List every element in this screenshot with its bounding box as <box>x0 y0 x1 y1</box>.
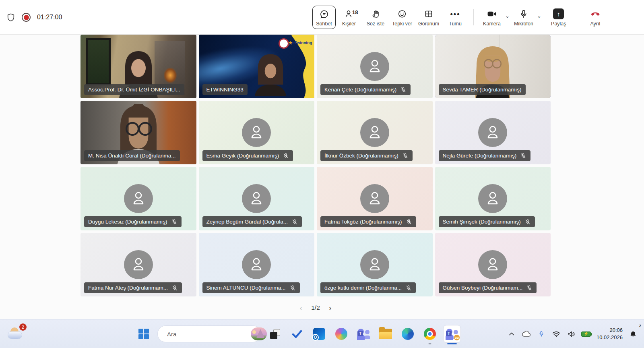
microphone-in-use-icon[interactable] <box>535 326 547 342</box>
volume-icon[interactable] <box>565 326 577 342</box>
name-plate: ETWINNING33 <box>202 84 248 95</box>
avatar <box>360 184 389 213</box>
participant-tile[interactable]: Duygu Lekesiz (Doğrulanmamış) <box>80 167 196 230</box>
clock-date: 10.02.2026 <box>597 334 623 341</box>
mic-button[interactable]: Mikrofon <box>510 8 537 27</box>
todo-button[interactable] <box>289 325 305 342</box>
copilot-icon <box>335 328 347 340</box>
avatar <box>242 184 271 213</box>
participant-tile[interactable]: Zeynep Begüm Gürdal (Doğrula... <box>199 167 315 230</box>
participant-tile[interactable]: Esma Geyik (Doğrulanmamış) <box>199 101 315 164</box>
view-button[interactable]: Görünüm <box>415 8 442 27</box>
clock[interactable]: 20:06 10.02.2026 <box>595 327 624 341</box>
name-plate: Sevda TAMER (Doğrulanmamış) <box>439 84 526 95</box>
participant-tile[interactable]: Assoc.Prof. Dr. Ümit İZGİ ONBAŞILI... <box>80 35 196 98</box>
outlook-button[interactable]: O <box>311 325 328 342</box>
participant-tile[interactable]: Kenan Çete (Doğrulanmamış) <box>317 35 433 98</box>
view-label: Görünüm <box>418 21 439 27</box>
name-plate: Esma Geyik (Doğrulanmamış) <box>202 150 293 161</box>
participant-tile[interactable]: M. Nisa Ünaldı Coral (Doğrulanma... <box>80 101 196 164</box>
mic-icon <box>519 8 528 20</box>
participant-tile[interactable]: özge kutlu demir (Doğrulanma... <box>317 233 433 296</box>
react-button[interactable]: Tepki ver <box>389 8 415 27</box>
name-plate: özge kutlu demir (Doğrulanma... <box>320 282 416 293</box>
share-button[interactable]: ↑ Paylaş <box>545 8 572 27</box>
react-label: Tepki ver <box>392 21 412 27</box>
more-label: Tümü <box>449 21 462 27</box>
start-button[interactable] <box>135 325 152 342</box>
participant-name: ETWINNING33 <box>206 87 244 93</box>
windows-taskbar: 2 O T <box>0 319 644 348</box>
camera-button[interactable]: Kamera <box>479 8 505 27</box>
leave-button[interactable]: Ayrıl <box>582 8 609 27</box>
edge-button[interactable] <box>399 325 416 342</box>
participant-tile[interactable]: ★eTwinning ETWINNING33 <box>199 35 315 98</box>
search-input[interactable] <box>167 331 247 338</box>
mic-off-icon <box>520 153 526 159</box>
mic-off-icon <box>400 87 407 93</box>
people-label: Kişiler <box>342 21 356 27</box>
meeting-avatar-badge: uu <box>454 334 460 341</box>
teams-button[interactable]: T <box>355 325 372 342</box>
file-explorer-button[interactable] <box>377 325 394 342</box>
name-plate: Zeynep Begüm Gürdal (Doğrula... <box>202 216 302 227</box>
grid-view-icon <box>424 8 433 20</box>
raise-hand-button[interactable]: Söz iste <box>362 8 389 27</box>
participant-tile[interactable]: Fatma Tokgöz (Doğrulanmamış) <box>317 167 433 230</box>
participant-count: 18 <box>352 9 358 15</box>
folder-icon <box>379 329 392 339</box>
participant-tile[interactable]: İlknur Özbek (Doğrulanmamış) <box>317 101 433 164</box>
edge-icon <box>402 328 414 340</box>
more-button[interactable]: ••• Tümü <box>442 8 469 27</box>
name-plate: Assoc.Prof. Dr. Ümit İZGİ ONBAŞILI... <box>84 84 184 95</box>
hangup-icon <box>589 8 601 20</box>
mic-off-icon <box>402 153 409 159</box>
mic-off-icon <box>291 219 298 225</box>
battery-charging-icon[interactable]: ⚡ <box>580 326 592 342</box>
participant-tile[interactable]: Semih Şimşek (Doğrulanmamış) <box>435 167 551 230</box>
participant-tile[interactable]: Nejla Gürefe (Doğrulanmamış) <box>435 101 551 164</box>
participant-name: özge kutlu demir (Doğrulanma... <box>324 285 402 291</box>
chat-icon <box>319 8 329 20</box>
wifi-icon[interactable] <box>550 326 562 342</box>
name-plate: İlknur Özbek (Doğrulanmamış) <box>320 150 413 161</box>
mic-off-icon <box>289 285 296 291</box>
chat-button[interactable]: Sohbet <box>312 6 336 29</box>
people-button[interactable]: 18 Kişiler <box>336 8 362 27</box>
task-view-button[interactable] <box>266 325 283 342</box>
notification-bell-dnd-icon[interactable]: z <box>627 326 639 342</box>
avatar <box>478 250 507 279</box>
participant-name: Kenan Çete (Doğrulanmamış) <box>324 87 396 93</box>
tray-chevron-up-icon[interactable] <box>506 326 518 342</box>
shield-icon[interactable] <box>6 12 15 22</box>
raise-hand-label: Söz iste <box>367 21 384 27</box>
avatar <box>360 250 389 279</box>
chrome-button[interactable] <box>421 325 438 342</box>
participant-tile[interactable]: Gülsen Boybeyi (Doğrulanmam... <box>435 233 551 296</box>
taskbar-search[interactable] <box>157 325 261 342</box>
widgets-weather-button[interactable]: 2 <box>7 325 26 343</box>
teams-meeting-window-button[interactable]: T uu <box>444 325 460 342</box>
onedrive-cloud-icon[interactable] <box>520 326 533 342</box>
meeting-timer: 01:27:00 <box>37 14 62 21</box>
participant-tile[interactable]: Sinem ALTUNCU (Doğrulanma... <box>199 233 315 296</box>
participant-name: Gülsen Boybeyi (Doğrulanmam... <box>443 285 523 291</box>
share-label: Paylaş <box>551 21 566 27</box>
camera-chevron-icon[interactable]: ⌄ <box>505 13 510 19</box>
participant-tile[interactable]: Fatma Nur Ateş (Doğrulanmam... <box>80 233 196 296</box>
avatar <box>242 250 271 279</box>
participant-tile-active-speaker[interactable]: Sevda TAMER (Doğrulanmamış) <box>435 35 551 98</box>
mic-chevron-icon[interactable]: ⌄ <box>537 13 541 19</box>
avatar <box>124 250 153 279</box>
outlook-icon: O <box>313 328 325 340</box>
mic-off-icon <box>171 285 178 291</box>
ministry-emblem-icon <box>279 38 289 49</box>
page-next-icon[interactable]: › <box>329 304 332 312</box>
participant-name: Fatma Nur Ateş (Doğrulanmam... <box>88 285 168 291</box>
participant-name: M. Nisa Ünaldı Coral (Doğrulanma... <box>88 153 176 159</box>
page-previous-icon[interactable]: ‹ <box>300 304 303 312</box>
copilot-button[interactable] <box>333 325 350 342</box>
participant-name: Semih Şimşek (Doğrulanmamış) <box>443 219 521 225</box>
name-plate: M. Nisa Ünaldı Coral (Doğrulanma... <box>84 150 180 161</box>
name-plate: Fatma Nur Ateş (Doğrulanmam... <box>84 282 182 293</box>
